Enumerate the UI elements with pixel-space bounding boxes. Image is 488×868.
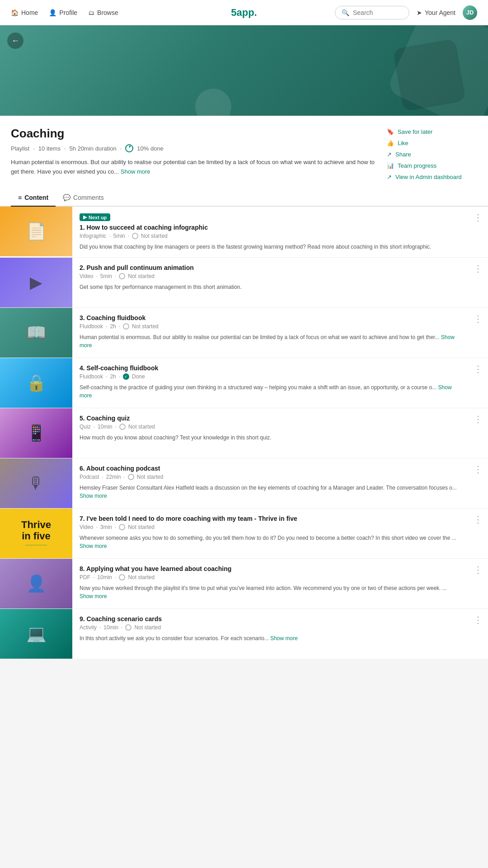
item-body: 9. Coaching scenario cards Activity · 10… <box>72 609 468 659</box>
like-link[interactable]: 👍 Like <box>387 140 477 146</box>
item-duration: 2h <box>110 373 116 380</box>
more-options-button[interactable]: ⋮ <box>474 415 483 424</box>
search-box[interactable]: 🔍 <box>335 6 409 19</box>
item-title[interactable]: 4. Self-coaching fluidbook <box>80 364 461 372</box>
more-options-button[interactable]: ⋮ <box>474 465 483 474</box>
item-status: Not started <box>128 273 155 279</box>
nav-home-label: Home <box>21 9 38 16</box>
browse-icon: 🗂 <box>88 9 94 16</box>
item-type: Video <box>80 524 93 530</box>
list-item: 🔒 4. Self-coaching fluidbook Fluidbook ·… <box>0 358 488 408</box>
item-status: Not started <box>134 624 161 631</box>
item-menu: ⋮ <box>468 559 488 609</box>
tab-content[interactable]: ≡ Content <box>11 189 56 207</box>
more-options-button[interactable]: ⋮ <box>474 264 483 273</box>
item-description: How much do you know about coaching? Tes… <box>80 434 461 442</box>
more-options-button[interactable]: ⋮ <box>474 565 483 574</box>
meta-dot: · <box>99 624 101 631</box>
item-title[interactable]: 9. Coaching scenario cards <box>80 615 461 623</box>
show-more-link[interactable]: Show more <box>80 334 455 349</box>
meta-dot: · <box>93 574 94 580</box>
content-tab-icon: ≡ <box>18 194 22 201</box>
comments-tab-label: Comments <box>73 194 104 201</box>
meta-dot: · <box>106 373 107 380</box>
agent-arrow-icon: ➤ <box>417 9 422 16</box>
item-status: Not started <box>128 524 155 530</box>
meta-dot2: · <box>119 373 120 380</box>
show-more-link[interactable]: Show more <box>80 493 107 499</box>
avatar[interactable]: JD <box>463 5 477 20</box>
nav-browse[interactable]: 🗂 Browse <box>88 9 118 16</box>
playlist-description: Human potential is enormous. But our abi… <box>11 158 376 177</box>
item-title[interactable]: 1. How to succeed at coaching infographi… <box>80 224 461 231</box>
like-icon: 👍 <box>387 140 394 146</box>
item-type: PDF <box>80 574 90 580</box>
item-thumbnail[interactable]: 📄 <box>0 207 72 256</box>
status-circle <box>132 233 138 239</box>
save-for-later-link[interactable]: 🔖 Save for later <box>387 128 477 135</box>
hero-shape-3 <box>195 89 231 116</box>
meta-sep3: · <box>120 145 122 152</box>
tab-comments[interactable]: 💬 Comments <box>56 189 111 207</box>
more-options-button[interactable]: ⋮ <box>474 213 483 222</box>
show-more-link[interactable]: Show more <box>270 635 298 642</box>
list-item: 💻 9. Coaching scenario cards Activity · … <box>0 609 488 659</box>
item-meta: Quiz · 10min · Not started <box>80 424 461 430</box>
item-description: Human potential is enormous. But our abi… <box>80 333 461 349</box>
item-meta: Podcast · 22min · Not started <box>80 474 461 480</box>
item-thumbnail[interactable]: 💻 <box>0 609 72 659</box>
share-link[interactable]: ↗ Share <box>387 151 477 158</box>
nav-profile[interactable]: 👤 Profile <box>49 9 77 16</box>
show-more-link[interactable]: Show more <box>80 384 452 399</box>
meta-sep2: · <box>64 145 66 152</box>
item-title[interactable]: 6. About coaching podcast <box>80 465 461 472</box>
item-title[interactable]: 2. Push and pull continuum animation <box>80 264 461 271</box>
item-title[interactable]: 5. Coaching quiz <box>80 415 461 422</box>
item-thumbnail[interactable]: Thrivein five 〰〰〰〰〰〰 <box>0 509 72 558</box>
your-agent-button[interactable]: ➤ Your Agent <box>417 9 455 16</box>
playlist-actions: 🔖 Save for later 👍 Like ↗ Share 📊 Team p… <box>387 127 477 180</box>
item-title[interactable]: 8. Applying what you have learned about … <box>80 565 461 572</box>
admin-dashboard-link[interactable]: ↗ View in Admin dashboard <box>387 174 477 180</box>
item-description: Get some tips for performance management… <box>80 283 461 291</box>
item-duration: 10min <box>98 424 113 430</box>
status-circle <box>119 424 126 430</box>
more-options-button[interactable]: ⋮ <box>474 615 483 624</box>
team-progress-label: Team progress <box>398 162 436 169</box>
comments-tab-icon: 💬 <box>63 194 70 201</box>
item-description: Whenever someone asks you how to do some… <box>80 534 461 550</box>
item-type: Fluidbook <box>80 373 103 380</box>
meta-dot2: · <box>121 624 122 631</box>
app-logo[interactable]: 5app. <box>231 7 257 19</box>
item-body: 8. Applying what you have learned about … <box>72 559 468 609</box>
item-thumbnail[interactable]: 📖 <box>0 308 72 358</box>
show-more-link[interactable]: Show more <box>80 593 107 599</box>
more-options-button[interactable]: ⋮ <box>474 314 483 323</box>
list-item: 👤 8. Applying what you have learned abou… <box>0 559 488 609</box>
item-thumbnail[interactable]: 🎙 <box>0 458 72 508</box>
meta-dot2: · <box>123 474 125 480</box>
nav-home[interactable]: 🏠 Home <box>11 9 38 16</box>
navbar: 🏠 Home 👤 Profile 🗂 Browse 5app. 🔍 ➤ Your… <box>0 0 488 25</box>
list-item: 📄 ▶Next up 1. How to succeed at coaching… <box>0 207 488 258</box>
more-options-button[interactable]: ⋮ <box>474 364 483 373</box>
item-title[interactable]: 3. Coaching fluidbook <box>80 314 461 321</box>
item-thumbnail[interactable]: 📱 <box>0 408 72 458</box>
item-status: Done <box>132 373 145 380</box>
item-thumbnail[interactable]: 👤 <box>0 559 72 609</box>
back-button[interactable]: ← <box>7 33 23 49</box>
item-thumbnail[interactable]: 🔒 <box>0 358 72 408</box>
status-circle <box>119 273 125 279</box>
more-options-button[interactable]: ⋮ <box>474 515 483 524</box>
list-item: 📖 3. Coaching fluidbook Fluidbook · 2h ·… <box>0 308 488 358</box>
home-icon: 🏠 <box>11 9 19 16</box>
show-more-link[interactable]: Show more <box>80 543 107 549</box>
search-input[interactable] <box>353 9 403 16</box>
desc-show-more[interactable]: Show more <box>121 168 150 175</box>
item-thumbnail[interactable]: ▶ <box>0 258 72 307</box>
item-menu: ⋮ <box>468 358 488 408</box>
team-progress-link[interactable]: 📊 Team progress <box>387 162 477 169</box>
item-status: Not started <box>137 474 164 480</box>
item-title[interactable]: 7. I've been told I need to do more coac… <box>80 515 461 522</box>
item-type: Fluidbook <box>80 323 103 330</box>
